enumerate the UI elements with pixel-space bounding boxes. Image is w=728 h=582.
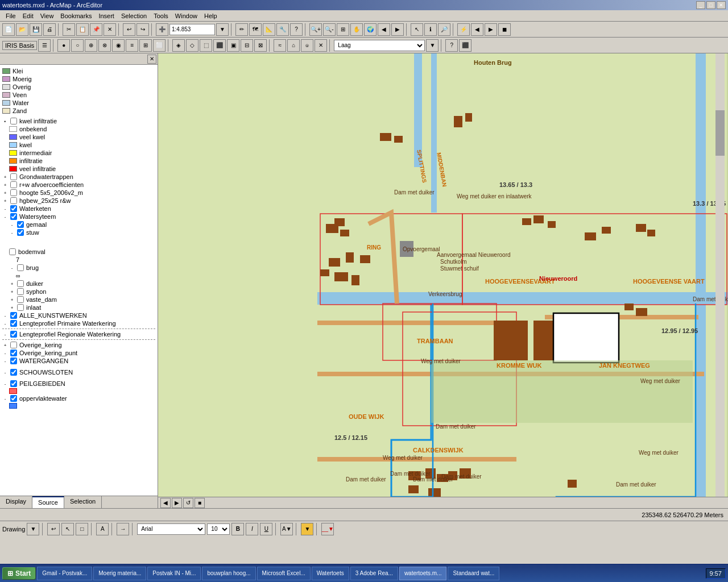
waterketen-checkbox[interactable]: [10, 205, 17, 212]
nav-next-btn[interactable]: ▶: [172, 498, 182, 508]
nav-tool2[interactable]: ⊗: [98, 39, 111, 52]
hoogte-checkbox[interactable]: [10, 189, 17, 196]
inlaat-checkbox[interactable]: [17, 304, 24, 311]
print-button[interactable]: 🖨: [43, 23, 56, 36]
lengte-reg-checkbox[interactable]: [10, 331, 17, 338]
tool-btn1[interactable]: ◀: [471, 23, 483, 36]
oppervlakte-checkbox[interactable]: [10, 395, 17, 402]
overige-kp-checkbox[interactable]: [10, 350, 17, 356]
hgbew-expand[interactable]: +: [2, 198, 8, 203]
editor-tool2[interactable]: 🗺: [249, 23, 262, 36]
fill-color-btn[interactable]: ▼: [301, 523, 313, 535]
hoogte-expand[interactable]: +: [2, 190, 8, 196]
taskbar-watertoets[interactable]: Watertoets: [312, 567, 349, 580]
editor-tool4[interactable]: 🔧: [276, 23, 289, 36]
vaste-dam-expand[interactable]: +: [9, 297, 15, 302]
copy-button[interactable]: 📋: [76, 23, 89, 36]
gemaal-checkbox[interactable]: [17, 221, 24, 228]
menu-edit[interactable]: Edit: [19, 11, 37, 20]
stuw-checkbox[interactable]: [17, 229, 24, 236]
undo-button[interactable]: ↩: [123, 23, 135, 36]
nav-prev-btn[interactable]: ◀: [160, 498, 171, 508]
new-button[interactable]: 📄: [2, 23, 15, 36]
t2-btn7[interactable]: ⊠: [254, 39, 267, 52]
cut-button[interactable]: ✂: [63, 23, 75, 36]
pan-button[interactable]: ✋: [350, 23, 363, 36]
overige-kering-expand[interactable]: +: [2, 342, 8, 348]
line-color-btn[interactable]: __▼: [321, 523, 334, 535]
layer-action[interactable]: ▼: [426, 39, 439, 52]
watersyteem-checkbox[interactable]: [10, 213, 17, 220]
delete-button[interactable]: ✕: [104, 23, 116, 36]
taskbar-standaard[interactable]: Standaard wat...: [448, 567, 499, 580]
schouwsloten-expand[interactable]: -: [2, 369, 8, 375]
tool-btn2[interactable]: ▶: [485, 23, 497, 36]
scale-input[interactable]: 1:4.853: [169, 24, 215, 35]
taskbar-excel[interactable]: Microsoft Excel...: [257, 567, 311, 580]
t2-btn2[interactable]: ◇: [186, 39, 198, 52]
scale-dropdown[interactable]: ▼: [216, 23, 229, 36]
rw-checkbox[interactable]: [10, 181, 17, 188]
alle-kw-checkbox[interactable]: [10, 312, 17, 319]
editor-tool3[interactable]: 📐: [263, 23, 275, 36]
italic-btn[interactable]: I: [246, 523, 258, 535]
maximize-button[interactable]: □: [706, 1, 715, 9]
syphon-expand[interactable]: +: [9, 289, 15, 294]
taskbar-bouwplan[interactable]: bouwplan hoog...: [202, 567, 255, 580]
grondwater-expand[interactable]: +: [2, 174, 8, 180]
draw-tool1[interactable]: ↩: [47, 523, 60, 535]
t2-btn4[interactable]: ⬛: [213, 39, 226, 52]
zoom-in-button[interactable]: 🔍+: [309, 23, 322, 36]
menu-view[interactable]: View: [37, 11, 57, 20]
minimize-button[interactable]: _: [696, 1, 705, 9]
forward-button[interactable]: ▶: [391, 23, 404, 36]
close-button[interactable]: ✕: [717, 1, 726, 9]
menu-tools[interactable]: Tools: [150, 11, 172, 20]
gemaal-expand[interactable]: -: [9, 222, 15, 227]
menu-bookmarks[interactable]: Bookmarks: [57, 11, 95, 20]
syphon-checkbox[interactable]: [17, 288, 24, 295]
taskbar-adobe[interactable]: 3 Adobe Rea...: [350, 567, 398, 580]
hgbew-checkbox[interactable]: [10, 197, 17, 204]
select-button[interactable]: ↖: [411, 23, 423, 36]
nav-stop-btn[interactable]: ■: [195, 498, 205, 508]
stuw-expand[interactable]: -: [9, 230, 15, 235]
font-color-btn[interactable]: A▼: [280, 523, 293, 535]
map-area[interactable]: Houten Brug 13.65 / 13.3 13.3 / 13.05 12…: [158, 53, 728, 508]
bold-btn[interactable]: B: [231, 523, 244, 535]
brug-expand[interactable]: -: [9, 265, 15, 271]
tab-selection[interactable]: Selection: [64, 496, 102, 508]
grondwater-checkbox[interactable]: [10, 173, 17, 180]
globe-button[interactable]: 🌍: [364, 23, 377, 36]
toc-close-btn[interactable]: ✕: [147, 55, 156, 64]
drawing-dropdown-btn[interactable]: ▼: [27, 523, 39, 535]
taskbar-gmail[interactable]: Gmail - Postvak...: [37, 567, 92, 580]
font-select[interactable]: Arial: [137, 523, 205, 535]
watersyteem-expand[interactable]: -: [2, 214, 8, 219]
draw-arrow-btn[interactable]: →: [117, 523, 129, 535]
menu-file[interactable]: File: [2, 11, 19, 20]
tool-btn3[interactable]: ◼: [498, 23, 511, 36]
layer-properties[interactable]: ☰: [38, 39, 51, 52]
watergangen-expand[interactable]: -: [2, 358, 8, 364]
nav-tool4[interactable]: ≡: [126, 39, 138, 52]
paste-button[interactable]: 📌: [90, 23, 102, 36]
t2-btn3[interactable]: ⬚: [200, 39, 212, 52]
zoom-full-button[interactable]: ⊞: [337, 23, 349, 36]
nav-tool3[interactable]: ◉: [112, 39, 125, 52]
lengte-prim-expand[interactable]: -: [2, 321, 8, 326]
schouwsloten-checkbox[interactable]: [10, 369, 17, 376]
editor-tool1[interactable]: ✏: [235, 23, 248, 36]
t2-btn9[interactable]: ⌂: [287, 39, 300, 52]
circle-tool[interactable]: ●: [57, 39, 70, 52]
nav-tool1[interactable]: ⊕: [85, 39, 97, 52]
t2-help[interactable]: ?: [445, 39, 458, 52]
oppervlakte-expand[interactable]: -: [2, 396, 8, 401]
help-button[interactable]: ?: [290, 23, 303, 36]
taskbar-arcmap[interactable]: watertoets.m...: [399, 567, 447, 580]
redo-button[interactable]: ↪: [136, 23, 149, 36]
t2-btn1[interactable]: ◈: [172, 39, 185, 52]
add-data-button[interactable]: ➕: [156, 23, 168, 36]
menu-window[interactable]: Window: [172, 11, 201, 20]
vaste-dam-checkbox[interactable]: [17, 296, 24, 303]
